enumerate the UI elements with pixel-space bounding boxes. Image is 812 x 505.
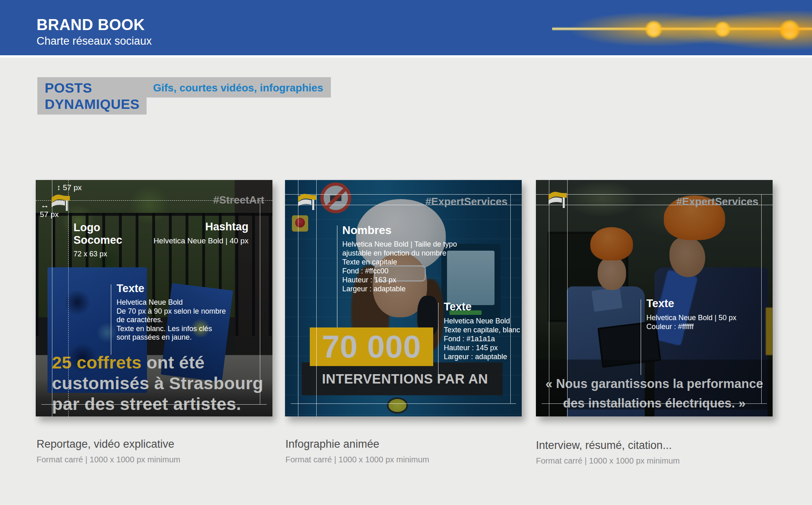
guide-line [510, 194, 511, 403]
post-mockup-interview: #ExpertServices Texte Helvetica Neue Bol… [536, 180, 773, 416]
brand-book-page: BRAND BOOK Charte réseaux sociaux POSTS … [0, 0, 812, 505]
hashtag-text: #ExpertServices [676, 195, 758, 208]
highlighted-text: 25 coffrets [52, 353, 142, 372]
caption-card2: Infographie animée Format carré | 1000 x… [285, 438, 429, 464]
caption-title: Reportage, vidéo explicative [37, 438, 180, 451]
guide-line [41, 404, 267, 405]
texte-annotation: Texte Helvetica Neue Bold Texte en capit… [444, 301, 520, 361]
caption-format: Format carré | 1000 x 1000 px minimum [285, 455, 429, 464]
hashtag-text: #ExpertServices [425, 195, 508, 208]
quote-text: « Nous garantissons la performance des i… [536, 374, 773, 413]
light-flare-decoration [552, 0, 812, 58]
guide-line [549, 180, 549, 416]
statistic-number: 70 000 [322, 328, 421, 365]
caption-title: Interview, résumé, citation... [536, 439, 680, 452]
guide-line [567, 180, 568, 416]
caption-title: Infographie animée [285, 438, 429, 451]
post-headline-text: 25 coffrets ont été customisés à Strasbo… [52, 352, 263, 414]
caption-format: Format carré | 1000 x 1000 px minimum [536, 456, 680, 466]
guide-line [761, 194, 762, 403]
annotation-pointer-line [111, 284, 111, 355]
guide-line [298, 180, 298, 416]
logo-annotation: Logo Socomec 72 x 63 px [73, 221, 122, 259]
guide-line [291, 403, 516, 404]
caption-card1: Reportage, vidéo explicative Format carr… [37, 438, 180, 464]
statistic-label-box: INTERVENTIONS PAR AN [302, 362, 503, 395]
page-title: BRAND BOOK [37, 16, 145, 34]
post-mockup-street-art: ↕ 57 px ↔ 57 px #StreetArt Logo Socomec … [36, 180, 272, 416]
vertical-arrow-icon: ↕ [57, 183, 63, 192]
caption-card3: Interview, résumé, citation... Format ca… [536, 439, 680, 466]
socomec-logo-icon [298, 191, 317, 212]
guide-line [536, 194, 773, 195]
guide-line [316, 180, 317, 416]
statistic-label: INTERVENTIONS PAR AN [316, 371, 488, 387]
guide-line [542, 403, 767, 404]
top-margin-annotation: ↕ 57 px [57, 183, 82, 192]
guide-line [68, 180, 69, 416]
guide-line [285, 194, 522, 195]
section-title-box: POSTS DYNAMIQUES [37, 77, 147, 115]
annotation-pointer-line [337, 225, 337, 327]
page-subtitle: Charte réseaux sociaux [37, 35, 152, 48]
guide-line [260, 200, 260, 404]
section-title-line2: DYNAMIQUES [45, 96, 147, 112]
horizontal-arrow-icon: ↔ [41, 200, 49, 210]
header: BRAND BOOK Charte réseaux sociaux [0, 0, 812, 58]
section-tagline-box: Gifs, courtes vidéos, infographies [147, 77, 331, 98]
hashtag-text: #StreetArt [213, 194, 264, 206]
statistic-number-box: 70 000 [310, 327, 433, 366]
hashtag-annotation: Hashtag Helvetica Neue Bold | 40 px [153, 221, 248, 245]
caption-format: Format carré | 1000 x 1000 px minimum [37, 455, 180, 464]
section-title-line1: POSTS [45, 80, 147, 96]
post-mockup-infographic: #ExpertServices Nombres Helvetica Neue B… [285, 180, 522, 416]
socomec-logo-icon [51, 192, 71, 212]
annotation-pointer-line [641, 299, 641, 375]
nombres-annotation: Nombres Helvetica Neue Bold | Taille de … [342, 224, 457, 293]
left-margin-annotation: 57 px [40, 210, 58, 219]
texte-annotation: Texte Helvetica Neue Bold | 50 px Couleu… [646, 297, 736, 331]
texte-annotation: Texte Helvetica Neue Bold De 70 px à 90 … [117, 282, 226, 342]
annotation-pointer-line [438, 303, 438, 375]
socomec-logo-icon [548, 189, 568, 210]
